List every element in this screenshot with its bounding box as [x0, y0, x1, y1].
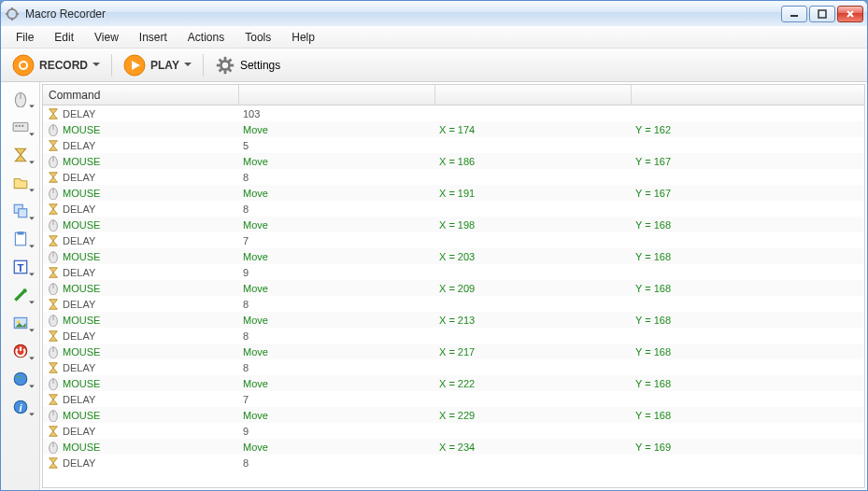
command-row[interactable]: DELAY8 — [43, 359, 864, 375]
command-row[interactable]: DELAY9 — [43, 264, 864, 280]
chevron-down-icon[interactable] — [29, 328, 35, 333]
text-tool[interactable] — [5, 254, 36, 280]
command-type: DELAY — [63, 299, 95, 310]
info-tool[interactable] — [5, 394, 36, 420]
column-header-command[interactable]: Command — [43, 85, 239, 105]
globe-icon — [12, 371, 29, 387]
chevron-down-icon[interactable] — [92, 62, 100, 69]
chevron-down-icon[interactable] — [29, 188, 35, 193]
delay-value: 8 — [239, 457, 435, 469]
command-row[interactable]: DELAY8 — [43, 328, 864, 344]
keyboard-tool[interactable] — [5, 114, 36, 140]
open-file-tool[interactable] — [5, 170, 36, 196]
menu-actions[interactable]: Actions — [178, 28, 234, 47]
mouse-icon — [12, 91, 29, 107]
record-button[interactable]: RECORD — [7, 51, 106, 79]
mouse-icon — [47, 345, 60, 358]
command-row[interactable]: MOUSEMoveX = 229Y = 168 — [43, 407, 864, 423]
command-row[interactable]: MOUSEMoveX = 174Y = 162 — [43, 121, 864, 137]
color-picker-tool[interactable] — [5, 282, 36, 308]
delay-tool[interactable] — [5, 142, 36, 168]
clipboard-tool[interactable] — [5, 226, 36, 252]
command-row[interactable]: DELAY7 — [43, 391, 864, 407]
menu-tools[interactable]: Tools — [235, 28, 280, 47]
command-row[interactable]: DELAY8 — [43, 296, 864, 312]
clipboard-icon — [12, 231, 29, 247]
command-row[interactable]: DELAY8 — [43, 169, 864, 185]
chevron-down-icon[interactable] — [29, 104, 35, 109]
minimize-button[interactable] — [781, 6, 807, 22]
hourglass-icon — [47, 330, 60, 343]
delay-value: 9 — [239, 426, 435, 437]
command-row[interactable]: DELAY9 — [43, 423, 864, 439]
command-row[interactable]: DELAY103 — [43, 105, 864, 121]
mouse-y: Y = 162 — [632, 124, 828, 135]
command-row[interactable]: MOUSEMoveX = 198Y = 168 — [43, 217, 864, 232]
menu-edit[interactable]: Edit — [45, 28, 83, 47]
command-row[interactable]: MOUSEMoveX = 222Y = 168 — [43, 375, 864, 391]
command-row[interactable]: MOUSEMoveX = 186Y = 167 — [43, 153, 864, 169]
column-header[interactable] — [632, 85, 828, 105]
command-row[interactable]: MOUSEMoveX = 203Y = 168 — [43, 248, 864, 264]
mouse-icon — [47, 187, 60, 200]
delay-value: 103 — [239, 108, 435, 119]
delay-value: 8 — [239, 172, 435, 183]
command-type: DELAY — [63, 457, 95, 469]
settings-button[interactable]: Settings — [209, 52, 286, 78]
mouse-action: Move — [239, 156, 435, 167]
menu-help[interactable]: Help — [282, 28, 324, 47]
chevron-down-icon[interactable] — [29, 412, 35, 417]
column-header[interactable] — [239, 85, 435, 105]
command-row[interactable]: DELAY7 — [43, 232, 864, 248]
close-button[interactable] — [837, 6, 863, 22]
menu-view[interactable]: View — [85, 28, 128, 47]
command-type: DELAY — [63, 362, 95, 373]
command-row[interactable]: MOUSEMoveX = 191Y = 167 — [43, 185, 864, 201]
mouse-icon — [47, 377, 60, 390]
command-type: MOUSE — [63, 156, 100, 167]
network-tool[interactable] — [5, 366, 36, 392]
mouse-icon — [47, 441, 60, 454]
menu-insert[interactable]: Insert — [130, 28, 177, 47]
command-row[interactable]: MOUSEMoveX = 234Y = 169 — [43, 439, 864, 455]
shutdown-tool[interactable] — [5, 338, 36, 364]
column-header[interactable] — [435, 85, 632, 105]
hourglass-icon — [47, 171, 60, 184]
command-row[interactable]: MOUSEMoveX = 209Y = 168 — [43, 280, 864, 296]
play-button[interactable]: PLAY — [118, 51, 197, 79]
chevron-down-icon[interactable] — [29, 272, 35, 277]
command-row[interactable]: MOUSEMoveX = 217Y = 168 — [43, 344, 864, 359]
maximize-button[interactable] — [809, 6, 835, 22]
mouse-tool[interactable] — [5, 86, 36, 112]
menu-file[interactable]: File — [7, 28, 43, 47]
text-icon — [12, 259, 29, 275]
app-icon — [5, 7, 20, 21]
mouse-icon — [47, 123, 60, 136]
command-type: DELAY — [63, 394, 95, 405]
command-type: DELAY — [63, 140, 95, 151]
command-row[interactable]: DELAY8 — [43, 201, 864, 217]
command-row[interactable]: MOUSEMoveX = 213Y = 168 — [43, 312, 864, 328]
windows-icon — [12, 203, 29, 219]
chevron-down-icon[interactable] — [29, 356, 35, 361]
mouse-action: Move — [239, 251, 435, 262]
chevron-down-icon[interactable] — [29, 132, 35, 137]
record-label: RECORD — [39, 59, 88, 72]
chevron-down-icon[interactable] — [29, 244, 35, 249]
hourglass-icon — [47, 139, 60, 152]
command-row[interactable]: DELAY8 — [43, 455, 864, 470]
mouse-x: X = 186 — [435, 156, 632, 167]
grid-body[interactable]: DELAY103MOUSEMoveX = 174Y = 162DELAY5MOU… — [43, 105, 864, 487]
chevron-down-icon[interactable] — [29, 216, 35, 221]
delay-value: 8 — [239, 362, 435, 373]
image-tool[interactable] — [5, 310, 36, 336]
chevron-down-icon[interactable] — [184, 62, 192, 69]
chevron-down-icon[interactable] — [29, 300, 35, 305]
command-grid: Command DELAY103MOUSEMoveX = 174Y = 162D… — [42, 84, 865, 488]
grid-header: Command — [43, 85, 864, 105]
title-bar: Macro Recorder — [0, 0, 868, 26]
chevron-down-icon[interactable] — [29, 160, 35, 165]
window-tool[interactable] — [5, 198, 36, 224]
command-row[interactable]: DELAY5 — [43, 137, 864, 153]
chevron-down-icon[interactable] — [29, 384, 35, 389]
